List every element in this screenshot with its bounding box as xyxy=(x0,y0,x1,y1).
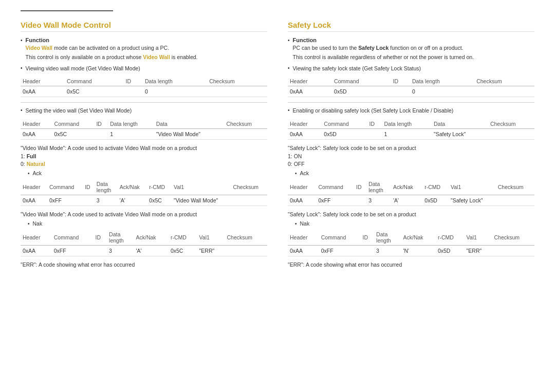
right-t3-h8: Checksum xyxy=(496,179,534,195)
left-t1-h4: Data length xyxy=(143,77,207,86)
left-table3-wrapper: Header Command ID Datalength Ack/Nak r-C… xyxy=(21,179,267,206)
left-t1-h3: ID xyxy=(124,77,143,86)
left-table4-wrapper: Header Command ID Datalength Ack/Nak r-C… xyxy=(21,230,267,256)
left-t3-r1c5: 'A' xyxy=(118,195,147,206)
right-t2-r1c2: 0x5D xyxy=(322,129,367,140)
right-nak-label: Nak xyxy=(300,220,310,227)
right-table1-wrapper: Header Command ID Data length Checksum 0… xyxy=(288,77,534,97)
right-t4-r1c5: 'N' xyxy=(401,246,435,256)
left-t3-h8: Checksum xyxy=(231,179,267,195)
left-func-desc2: This control is only available on a prod… xyxy=(26,53,198,62)
right-note2: "Safety Lock": Safety lock code to be se… xyxy=(288,211,534,217)
left-func-desc1: Video Wall mode can be activated on a pr… xyxy=(26,44,198,52)
left-t2-h6: Checksum xyxy=(224,119,267,129)
left-t2-r1c2: 0x5C xyxy=(52,129,95,140)
right-t4-r1c2: 0xFF xyxy=(319,246,361,256)
right-t4-h2: Command xyxy=(319,230,361,246)
left-t4-r1c8 xyxy=(225,246,267,256)
right-table1: Header Command ID Data length Checksum 0… xyxy=(288,77,534,97)
right-table3: Header Command ID Datalength Ack/Nak r-C… xyxy=(288,179,534,206)
left-t4-r1c6: 0x5C xyxy=(169,246,197,256)
right-bullet-dot-1: • xyxy=(288,38,290,43)
left-table1: Header Command ID Data length Checksum 0… xyxy=(21,77,267,97)
left-t3-h2: Command xyxy=(47,179,83,195)
right-t4-h8: Checksum xyxy=(492,230,534,246)
left-t1-h1: Header xyxy=(21,77,65,86)
right-t4-h1: Header xyxy=(288,230,319,246)
left-t2-row1: 0xAA 0x5C 1 "Video Wall Mode" xyxy=(21,129,267,140)
left-t4-r1c3 xyxy=(94,246,107,256)
left-t2-r1c1: 0xAA xyxy=(21,129,52,140)
right-t2-h4: Data length xyxy=(382,119,431,129)
left-function-bullet: • Function Video Wall mode can be activa… xyxy=(21,37,267,63)
left-note1: "Video Wall Mode": A code used to activa… xyxy=(21,145,267,151)
right-t4-r1c7: "ERR" xyxy=(465,246,492,256)
left-code1-label: 1: xyxy=(21,153,27,159)
right-note1: "Safety Lock": Safety lock code to be se… xyxy=(288,145,534,151)
left-t4-r1c7: "ERR" xyxy=(197,246,225,256)
left-t3-h6: r-CMD xyxy=(147,179,172,195)
right-t3-r1c3 xyxy=(354,195,366,206)
top-divider xyxy=(21,10,113,11)
right-t2-h6: Checksum xyxy=(488,119,534,129)
left-table2-wrapper: Header Command ID Data length Data Check… xyxy=(21,119,267,140)
left-t2-h2: Command xyxy=(52,119,95,129)
left-t4-h1: Header xyxy=(21,230,52,246)
left-t3-r1c2: 0xFF xyxy=(47,195,83,206)
left-t4-h5: Ack/Nak xyxy=(134,230,168,246)
left-t1-r1c2: 0x5C xyxy=(65,86,123,97)
right-t2-h5: Data xyxy=(432,119,488,129)
right-t2-h1: Header xyxy=(288,119,322,129)
left-t3-h7: Val1 xyxy=(172,179,231,195)
left-code1-value: Full xyxy=(27,153,36,159)
right-table4: Header Command ID Datalength Ack/Nak r-C… xyxy=(288,230,534,256)
left-t4-h8: Checksum xyxy=(225,230,267,246)
right-t3-h1: Header xyxy=(288,179,316,195)
right-t4-r1c1: 0xAA xyxy=(288,246,319,256)
left-t4-r1c2: 0xFF xyxy=(52,246,94,256)
left-t3-row1: 0xAA 0xFF 3 'A' 0x5C "Video Wall Mode" xyxy=(21,195,267,206)
left-nak-label: Nak xyxy=(33,220,43,227)
right-t4-h4: Datalength xyxy=(374,230,401,246)
left-setting-bullet: • Setting the video wall (Set Video Wall… xyxy=(21,107,267,116)
left-table3: Header Command ID Datalength Ack/Nak r-C… xyxy=(21,179,267,206)
right-t3-r1c4: 3 xyxy=(366,195,391,206)
right-t3-r1c1: 0xAA xyxy=(288,195,316,206)
right-t3-r1c7: "Safety Lock" xyxy=(449,195,496,206)
right-t2-r1c3 xyxy=(367,129,382,140)
right-t1-r1c3 xyxy=(391,86,411,97)
left-t4-h4: Datalength xyxy=(107,230,134,246)
right-ack-label: Ack xyxy=(300,170,309,176)
right-viewing-bullet: • Viewing the safety lock state (Get Saf… xyxy=(288,65,534,74)
left-code2-label: 0: xyxy=(21,161,27,167)
right-err-note: "ERR": A code showing what error has occ… xyxy=(288,262,534,268)
left-t1-r1c5 xyxy=(207,86,267,97)
right-t2-h3: ID xyxy=(367,119,382,129)
left-t2-r1c6 xyxy=(224,129,267,140)
left-func-desc2-post: is enabled. xyxy=(172,54,198,60)
left-table2: Header Command ID Data length Data Check… xyxy=(21,119,267,140)
right-bullet-dot-4: • xyxy=(295,171,297,176)
right-func-desc1-post: function on or off on a product. xyxy=(390,45,463,51)
left-t1-row1: 0xAA 0x5C 0 xyxy=(21,86,267,97)
left-t4-h2: Command xyxy=(52,230,94,246)
right-code1-value: ON xyxy=(294,153,302,159)
left-viewing-label: Viewing video wall mode (Get Video Wall … xyxy=(26,65,140,73)
right-t2-r1c1: 0xAA xyxy=(288,129,322,140)
right-t3-r1c6: 0x5D xyxy=(422,195,449,206)
left-t2-r1c3 xyxy=(94,129,108,140)
bullet-dot-4: • xyxy=(28,171,30,176)
right-func-desc1-pre: PC can be used to turn the xyxy=(293,45,359,51)
right-code2: 0: OFF xyxy=(288,161,534,167)
right-bullet-dot-2: • xyxy=(288,65,290,71)
right-t4-row1: 0xAA 0xFF 3 'N' 0x5D "ERR" xyxy=(288,246,534,256)
right-t3-h7: Val1 xyxy=(449,179,496,195)
right-t3-r1c5: 'A' xyxy=(391,195,422,206)
right-t1-h2: Command xyxy=(332,77,391,86)
right-t1-h3: ID xyxy=(391,77,411,86)
right-setting-label: Enabling or disabling safety lock (Set S… xyxy=(293,107,454,115)
right-t2-r1c5: "Safety Lock" xyxy=(432,129,488,140)
right-t1-h1: Header xyxy=(288,77,332,86)
right-func-desc1: PC can be used to turn the Safety Lock f… xyxy=(293,44,474,52)
right-func-desc2: This control is available regardless of … xyxy=(293,53,474,62)
